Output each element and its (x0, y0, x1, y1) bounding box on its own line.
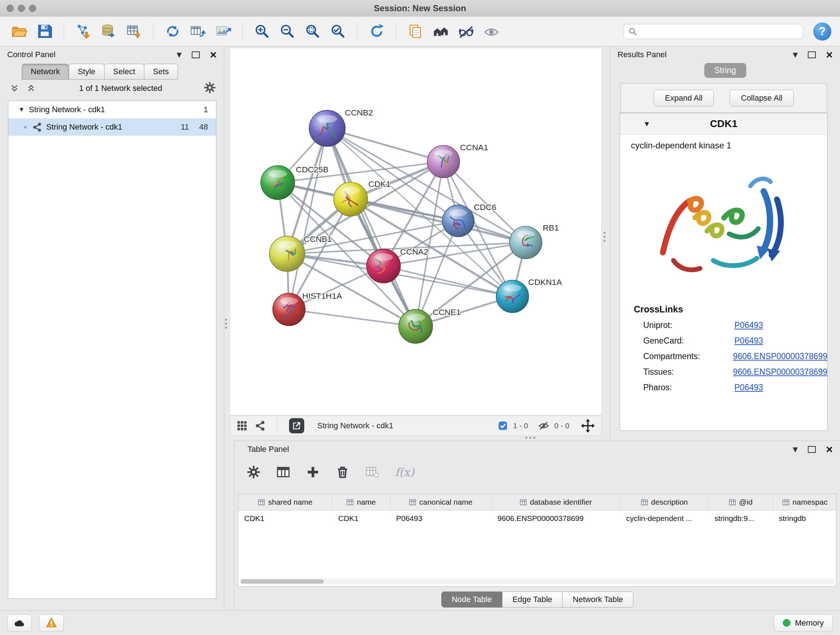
expand-all-button[interactable]: Expand All (654, 90, 714, 106)
maximize-panel-icon[interactable] (192, 51, 200, 58)
vertical-splitter[interactable] (603, 232, 606, 242)
network-overview-icon[interactable] (255, 420, 265, 431)
tab-select[interactable]: Select (104, 64, 144, 80)
tab-node-table[interactable]: Node Table (441, 592, 502, 608)
eye-icon[interactable] (481, 21, 502, 42)
network-edge[interactable] (289, 128, 327, 310)
tissues-link[interactable]: 9606.ENSP00000378699 (733, 367, 827, 377)
vertical-splitter[interactable] (225, 318, 227, 329)
glasses-off-icon[interactable] (455, 21, 477, 42)
network-node-HIST1H1A[interactable]: HIST1H1A (273, 291, 342, 326)
network-node-CDC25B[interactable]: CDC25B (261, 165, 328, 200)
duplicate-doc-icon[interactable] (405, 21, 426, 42)
cloud-status-button[interactable] (7, 614, 32, 632)
pan-crosshair-icon[interactable] (581, 419, 595, 432)
window-controls (6, 5, 36, 12)
table-settings-gear-icon[interactable] (247, 465, 261, 479)
expand-all-icon[interactable] (25, 82, 38, 94)
network-node-RB1[interactable]: RB1 (509, 223, 559, 259)
image-export-icon[interactable] (213, 21, 234, 42)
network-node-CCNA2[interactable]: CCNA2 (366, 247, 428, 283)
delete-column-icon[interactable] (336, 465, 349, 479)
network-edge[interactable] (289, 310, 416, 326)
table-row[interactable]: CDK1CDK1P064939606.ENSP00000378699cyclin… (238, 510, 836, 526)
horizontal-scrollbar[interactable] (240, 578, 835, 584)
column-header-shared-name[interactable]: shared name (238, 494, 332, 510)
search-input[interactable] (640, 27, 798, 36)
view-grid-icon[interactable] (237, 420, 248, 431)
tab-network-table[interactable]: Network Table (562, 592, 633, 608)
tree-expander-icon[interactable]: ▼ (19, 106, 25, 113)
open-in-window-icon[interactable] (289, 418, 304, 433)
open-icon[interactable] (9, 21, 30, 42)
close-window-button[interactable] (6, 5, 14, 12)
maximize-panel-icon[interactable] (808, 446, 816, 453)
network-node-CCNA1[interactable]: CCNA1 (427, 143, 488, 178)
column-header-id[interactable]: @id (709, 494, 773, 510)
tab-edge-table[interactable]: Edge Table (502, 592, 563, 608)
zoom-out-icon[interactable] (277, 21, 298, 42)
table-cell: stringdb (773, 510, 836, 526)
network-collection-row[interactable]: ▼ String Network - cdk1 1 (8, 101, 216, 119)
collapse-all-icon[interactable] (8, 82, 21, 94)
homes-icon[interactable] (430, 21, 451, 42)
string-tab-badge[interactable]: String (704, 63, 746, 78)
network-row[interactable]: ● String Network - cdk1 11 48 (8, 119, 216, 136)
close-panel-icon[interactable]: × (826, 443, 833, 455)
maximize-panel-icon[interactable] (808, 51, 816, 58)
refresh-icon[interactable] (366, 21, 387, 42)
column-header-canonical-name[interactable]: canonical name (390, 494, 492, 510)
import-database-icon[interactable] (98, 21, 119, 42)
close-panel-icon[interactable]: × (826, 49, 833, 60)
hidden-items-icon[interactable] (538, 420, 549, 431)
tab-network[interactable]: Network (22, 64, 69, 80)
pharos-link[interactable]: P06493 (734, 383, 763, 393)
close-panel-icon[interactable]: × (210, 49, 217, 60)
compartments-link[interactable]: 9606.ENSP00000378699 (733, 352, 827, 361)
show-columns-icon[interactable] (276, 465, 290, 479)
network-arrows-icon[interactable] (162, 21, 183, 42)
zoom-fit-icon[interactable] (302, 21, 323, 42)
collapse-all-button[interactable]: Collapse All (729, 90, 794, 106)
network-canvas[interactable]: CCNB2CCNA1CDC25BCDK1CDC6RB1CCNB1CCNA2CDK… (230, 48, 602, 416)
svg-text:CDKN1A: CDKN1A (528, 277, 562, 287)
selected-checkbox-icon[interactable] (498, 421, 508, 431)
collapse-panel-icon[interactable]: ▾ (177, 50, 182, 60)
minimize-window-button[interactable] (18, 5, 25, 12)
gene-expander-icon[interactable]: ▼ (643, 120, 651, 128)
network-node-CCNE1[interactable]: CCNE1 (399, 307, 461, 344)
column-header-description[interactable]: description (621, 494, 709, 510)
zoom-window-button[interactable] (29, 5, 36, 12)
scrollbar-thumb[interactable] (240, 579, 324, 584)
import-table-icon[interactable] (123, 21, 144, 42)
gear-icon[interactable] (204, 81, 216, 95)
tab-style[interactable]: Style (69, 64, 104, 80)
zoom-in-icon[interactable] (251, 21, 272, 42)
svg-text:HIST1H1A: HIST1H1A (302, 291, 342, 301)
column-header-name[interactable]: name (332, 494, 390, 510)
add-column-icon[interactable] (306, 465, 320, 479)
horizontal-splitter[interactable] (525, 437, 535, 439)
help-button[interactable]: ? (813, 22, 831, 41)
collapse-panel-icon[interactable]: ▾ (793, 50, 798, 60)
network-node-CDKN1A[interactable]: CDKN1A (496, 277, 562, 313)
collapse-panel-icon[interactable]: ▾ (793, 444, 798, 454)
table-header-row: shared namenamecanonical namedatabase id… (238, 494, 836, 510)
network-node-CCNB1[interactable]: CCNB1 (270, 234, 332, 272)
collection-label: String Network - cdk1 (29, 105, 105, 114)
search-box[interactable] (624, 24, 803, 39)
tab-sets[interactable]: Sets (144, 64, 178, 80)
import-network-icon[interactable] (73, 21, 94, 42)
save-icon[interactable] (34, 21, 55, 42)
genecard-link[interactable]: P06493 (734, 336, 763, 346)
warnings-button[interactable] (39, 614, 64, 632)
network-node-CDC6[interactable]: CDC6 (442, 203, 496, 237)
gene-header[interactable]: ▼ CDK1 (620, 113, 827, 135)
column-header-database-identifier[interactable]: database identifier (492, 494, 621, 510)
uniprot-link[interactable]: P06493 (734, 320, 763, 330)
zoom-selected-icon[interactable] (327, 21, 348, 42)
function-builder-icon[interactable]: f(x) (395, 466, 414, 478)
column-header-namespac[interactable]: namespac (773, 494, 836, 510)
table-arrows-icon[interactable] (187, 21, 208, 42)
memory-button[interactable]: Memory (774, 614, 833, 632)
